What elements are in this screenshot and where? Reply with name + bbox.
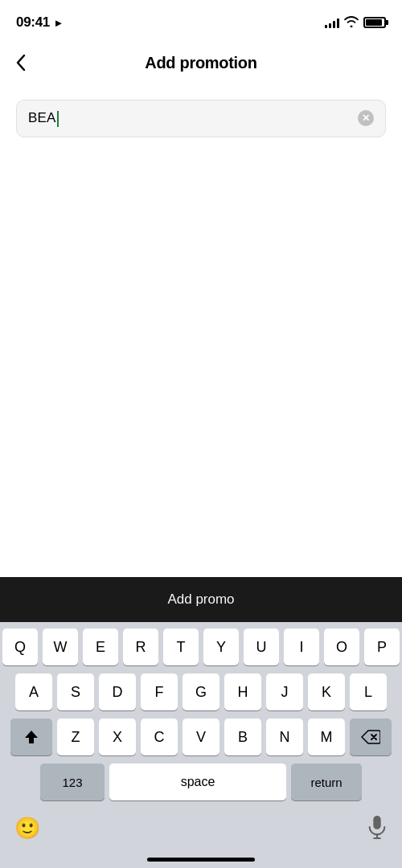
numbers-key[interactable]: 123 <box>40 764 105 800</box>
promo-input-container[interactable]: BEA ✕ <box>16 100 386 137</box>
status-time: 09:41 ► <box>16 14 64 31</box>
key-q[interactable]: Q <box>2 628 38 665</box>
backspace-key[interactable] <box>350 719 392 755</box>
shift-key[interactable] <box>10 719 52 755</box>
key-e[interactable]: E <box>83 628 118 665</box>
keyboard-row-4: 123 space return <box>3 764 399 800</box>
battery-icon <box>363 17 386 28</box>
keyboard: Q W E R T Y U I O P A S D F G H J K L <box>0 622 402 858</box>
key-s[interactable]: S <box>57 674 94 710</box>
search-area: BEA ✕ <box>0 87 402 150</box>
space-key[interactable]: space <box>109 764 286 800</box>
key-n[interactable]: N <box>266 719 303 755</box>
status-icons <box>325 16 386 30</box>
mic-key[interactable] <box>363 812 391 845</box>
key-h[interactable]: H <box>224 674 261 710</box>
keyboard-bottom-bar: 🙂 <box>3 809 399 854</box>
home-indicator <box>0 858 402 868</box>
key-k[interactable]: K <box>308 674 345 710</box>
key-t[interactable]: T <box>163 628 199 665</box>
home-bar <box>147 858 255 862</box>
key-l[interactable]: L <box>350 674 387 710</box>
svg-rect-0 <box>373 816 380 829</box>
key-i[interactable]: I <box>284 628 319 665</box>
content-area <box>0 150 402 472</box>
key-g[interactable]: G <box>183 674 219 710</box>
keyboard-row-1: Q W E R T Y U I O P <box>3 628 399 665</box>
signal-bars-icon <box>325 17 339 28</box>
key-o[interactable]: O <box>324 628 359 665</box>
emoji-key[interactable]: 🙂 <box>11 813 43 844</box>
key-f[interactable]: F <box>141 674 178 710</box>
key-b[interactable]: B <box>224 719 261 755</box>
key-p[interactable]: P <box>364 628 400 665</box>
key-x[interactable]: X <box>99 719 136 755</box>
return-key[interactable]: return <box>291 764 362 800</box>
back-button[interactable] <box>13 51 29 75</box>
keyboard-row-2: A S D F G H J K L <box>3 674 399 710</box>
page-title: Add promotion <box>145 54 256 72</box>
key-z[interactable]: Z <box>57 719 94 755</box>
clear-button[interactable]: ✕ <box>358 110 374 126</box>
key-a[interactable]: A <box>15 674 52 710</box>
location-icon: ► <box>53 17 64 29</box>
nav-header: Add promotion <box>0 39 402 87</box>
keyboard-container: Add promo Q W E R T Y U I O P A S D F G … <box>0 577 402 868</box>
status-bar: 09:41 ► <box>0 0 402 39</box>
key-j[interactable]: J <box>266 674 303 710</box>
keyboard-row-3: Z X C V B N M <box>3 719 399 755</box>
key-m[interactable]: M <box>308 719 345 755</box>
text-cursor <box>57 111 59 127</box>
add-promo-button[interactable]: Add promo <box>0 577 402 622</box>
key-u[interactable]: U <box>244 628 279 665</box>
key-d[interactable]: D <box>99 674 136 710</box>
key-r[interactable]: R <box>123 628 158 665</box>
wifi-icon <box>344 16 359 30</box>
key-c[interactable]: C <box>141 719 178 755</box>
key-w[interactable]: W <box>43 628 78 665</box>
key-y[interactable]: Y <box>203 628 239 665</box>
key-v[interactable]: V <box>183 719 219 755</box>
promo-input[interactable]: BEA <box>28 110 358 127</box>
